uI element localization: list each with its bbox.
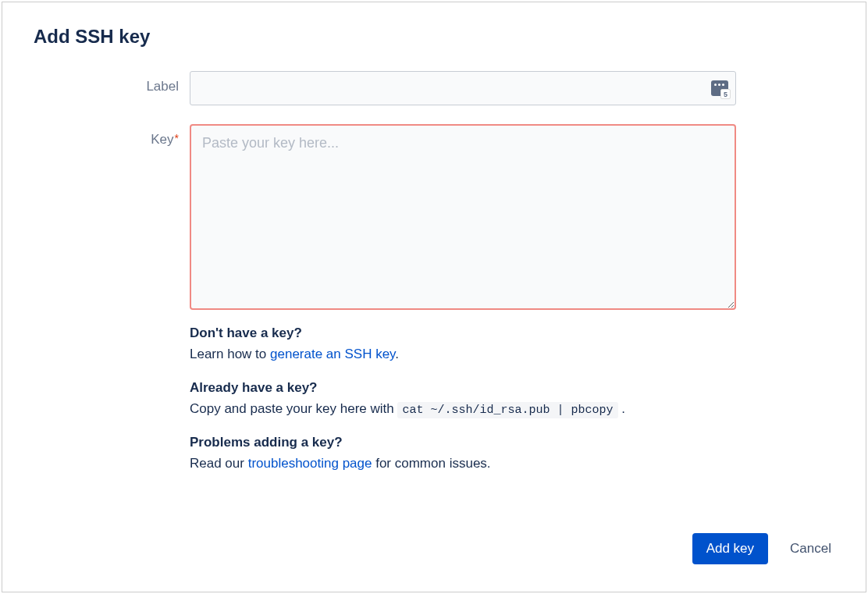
label-input-wrap: [190, 71, 736, 105]
key-textarea[interactable]: [190, 124, 736, 310]
label-field-label: Label: [34, 71, 190, 94]
add-key-button[interactable]: Add key: [692, 533, 768, 564]
help-no-key-suffix: .: [395, 347, 399, 361]
page-title: Add SSH key: [34, 26, 834, 48]
help-problems-prefix: Read our: [190, 456, 248, 471]
help-have-key-prefix: Copy and paste your key here with: [190, 401, 397, 416]
required-asterisk: *: [175, 132, 179, 144]
help-problems: Problems adding a key? Read our troubles…: [190, 435, 736, 474]
help-no-key-prefix: Learn how to: [190, 347, 270, 361]
help-no-key: Don't have a key? Learn how to generate …: [190, 325, 736, 365]
help-no-key-heading: Don't have a key?: [190, 325, 736, 341]
help-no-key-text: Learn how to generate an SSH key.: [190, 344, 736, 365]
help-have-key: Already have a key? Copy and paste your …: [190, 380, 736, 420]
troubleshooting-link[interactable]: troubleshooting page: [248, 456, 372, 471]
help-section: Don't have a key? Learn how to generate …: [190, 325, 736, 474]
generate-ssh-key-link[interactable]: generate an SSH key: [270, 347, 395, 361]
label-row: Label: [34, 71, 834, 105]
add-ssh-key-panel: Add SSH key Label Key* Don't have a key?…: [2, 2, 866, 592]
cancel-button[interactable]: Cancel: [787, 533, 834, 564]
key-field-label: Key*: [34, 124, 190, 148]
help-problems-text: Read our troubleshooting page for common…: [190, 454, 736, 474]
button-row: Add key Cancel: [692, 533, 834, 564]
help-have-key-heading: Already have a key?: [190, 380, 736, 396]
copy-command-code: cat ~/.ssh/id_rsa.pub | pbcopy: [397, 402, 617, 418]
help-have-key-text: Copy and paste your key here with cat ~/…: [190, 399, 736, 420]
help-have-key-suffix: .: [618, 401, 625, 416]
key-label-text: Key: [151, 132, 173, 147]
key-row: Key*: [34, 124, 834, 313]
label-input[interactable]: [190, 71, 736, 105]
key-textarea-wrap: [190, 124, 736, 313]
help-problems-suffix: for common issues.: [372, 456, 490, 471]
help-problems-heading: Problems adding a key?: [190, 435, 736, 450]
password-suggestion-icon[interactable]: [711, 80, 728, 96]
